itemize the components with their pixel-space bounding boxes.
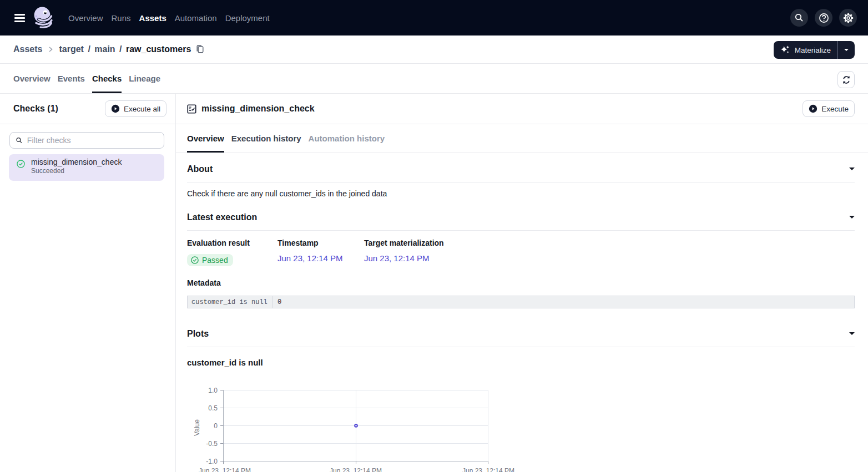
svg-text:Value: Value: [193, 419, 201, 436]
svg-text:1.0: 1.0: [208, 387, 218, 394]
svg-text:-1.0: -1.0: [206, 458, 218, 465]
svg-text:Jun 23, 12:14 PM: Jun 23, 12:14 PM: [199, 467, 251, 472]
svg-text:Jun 23, 12:14 PM: Jun 23, 12:14 PM: [462, 467, 514, 472]
svg-text:Jun 23, 12:14 PM: Jun 23, 12:14 PM: [330, 467, 382, 472]
svg-text:0.5: 0.5: [208, 404, 218, 412]
svg-text:0: 0: [214, 422, 218, 430]
svg-text:-0.5: -0.5: [206, 440, 218, 448]
